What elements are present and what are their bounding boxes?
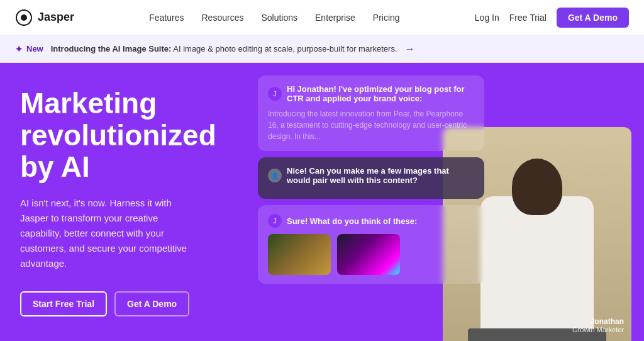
chat-bubble-1: J Hi Jonathan! I've optimized your blog … [258, 75, 484, 151]
hero-subtitle: AI isn't next, it's now. Harness it with… [20, 196, 196, 271]
nav-enterprise[interactable]: Enterprise [315, 13, 355, 23]
bubble-3-header: Sure! What do you think of these: [287, 216, 417, 226]
person-name: Jonathan [572, 317, 624, 326]
hero-content-left: Marketing revolutionized by AI AI isn't … [0, 63, 239, 341]
bubble-1-header: Hi Jonathan! I've optimized your blog po… [287, 84, 474, 103]
new-badge: ✦ New [15, 44, 43, 54]
nav-features[interactable]: Features [149, 13, 184, 23]
get-demo-hero-button[interactable]: Get A Demo [114, 291, 189, 316]
sparkle-icon: ✦ [15, 44, 23, 54]
person-role: Growth Marketer [572, 326, 624, 333]
bubble-1-body: Introducing the latest innovation from P… [268, 108, 474, 142]
new-badge-label: New [26, 44, 43, 53]
ai-avatar-3: J [268, 214, 282, 228]
announcement-prefix: Introducing the AI Image Suite: [51, 44, 172, 53]
nav-actions: Log In Free Trial Get A Demo [475, 8, 629, 28]
nav-links: Features Resources Solutions Enterprise … [149, 13, 399, 23]
generated-image-2 [337, 234, 400, 275]
brand-name: Jasper [38, 11, 74, 24]
bubble-2-header: Nice! Can you make me a few images that … [287, 166, 474, 185]
user-avatar-2: 👤 [268, 169, 282, 182]
svg-point-1 [21, 14, 27, 21]
nav-pricing[interactable]: Pricing [373, 13, 400, 23]
start-free-trial-button[interactable]: Start Free Trial [20, 291, 107, 316]
hero-buttons: Start Free Trial Get A Demo [20, 291, 219, 316]
jasper-logo-icon [15, 9, 33, 26]
announcement-text: Introducing the AI Image Suite: AI image… [51, 44, 397, 53]
navbar: Jasper Features Resources Solutions Ente… [0, 0, 644, 35]
person-name-tag: Jonathan Growth Marketer [572, 317, 624, 333]
get-demo-button[interactable]: Get A Demo [557, 8, 629, 28]
generated-image-1 [268, 234, 331, 275]
free-trial-link[interactable]: Free Trial [509, 13, 547, 23]
announcement-body: AI image & photo editing at scale, purpo… [173, 44, 397, 53]
hero-title: Marketing revolutionized by AI [20, 87, 219, 183]
chat-demo: J Hi Jonathan! I've optimized your blog … [258, 75, 484, 290]
brand-logo[interactable]: Jasper [15, 9, 74, 26]
chat-bubble-3: J Sure! What do you think of these: [258, 205, 484, 284]
chat-bubble-2: 👤 Nice! Can you make me a few images tha… [258, 157, 484, 199]
hero-content-right: J Hi Jonathan! I've optimized your blog … [239, 63, 644, 341]
ai-avatar-1: J [268, 87, 282, 101]
chat-images [268, 234, 474, 275]
login-button[interactable]: Log In [475, 13, 499, 23]
hero-section: Marketing revolutionized by AI AI isn't … [0, 63, 644, 341]
announcement-arrow[interactable]: → [405, 43, 415, 55]
nav-solutions[interactable]: Solutions [261, 13, 297, 23]
announcement-bar: ✦ New Introducing the AI Image Suite: AI… [0, 35, 644, 63]
person-head [512, 159, 562, 215]
nav-resources[interactable]: Resources [202, 13, 244, 23]
